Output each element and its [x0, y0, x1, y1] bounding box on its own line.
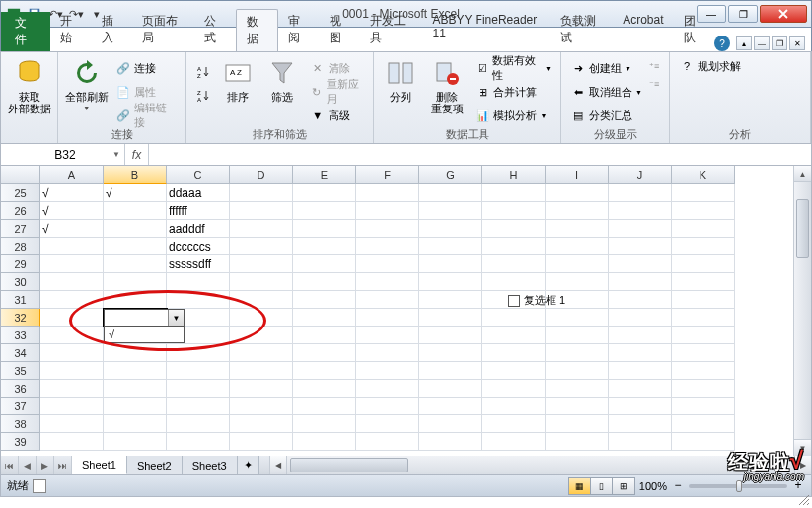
- cell[interactable]: [482, 362, 546, 380]
- cell[interactable]: [546, 255, 609, 273]
- cell[interactable]: [293, 238, 356, 255]
- row-header[interactable]: 35: [1, 362, 40, 380]
- cell[interactable]: [230, 273, 293, 291]
- cell[interactable]: [546, 309, 609, 327]
- ribbon-tab[interactable]: 开始: [50, 9, 92, 51]
- cell[interactable]: [356, 415, 419, 433]
- cell[interactable]: √: [40, 202, 104, 220]
- cell[interactable]: [546, 398, 609, 415]
- cell[interactable]: [672, 202, 735, 220]
- cell[interactable]: [419, 344, 482, 362]
- cell[interactable]: [104, 291, 167, 309]
- group-button[interactable]: ➜创建组 ▼: [567, 57, 645, 79]
- cell[interactable]: [293, 291, 356, 309]
- cell[interactable]: √: [104, 184, 167, 202]
- cell[interactable]: [40, 362, 104, 380]
- cell[interactable]: [293, 327, 356, 344]
- zoom-out-button[interactable]: −: [671, 479, 685, 493]
- cell[interactable]: [356, 362, 419, 380]
- cell[interactable]: [293, 380, 356, 398]
- column-header[interactable]: I: [546, 166, 609, 184]
- text-to-columns-button[interactable]: 分列: [380, 55, 422, 103]
- cell[interactable]: [293, 202, 356, 220]
- cell[interactable]: [356, 291, 419, 309]
- cell[interactable]: [40, 380, 104, 398]
- refresh-all-button[interactable]: 全部刷新▼: [64, 55, 109, 111]
- cell[interactable]: [609, 380, 672, 398]
- ribbon-tab[interactable]: 审阅: [278, 9, 320, 51]
- cell[interactable]: [104, 344, 167, 362]
- cell[interactable]: [230, 380, 293, 398]
- get-external-data-button[interactable]: 获取 外部数据: [7, 55, 51, 114]
- cell[interactable]: [419, 291, 482, 309]
- cell[interactable]: [419, 398, 482, 415]
- ribbon-tab[interactable]: Acrobat: [613, 9, 673, 51]
- cell[interactable]: [230, 344, 293, 362]
- cell[interactable]: dcccccs: [167, 238, 230, 255]
- cell[interactable]: [293, 415, 356, 433]
- show-detail-icon[interactable]: ⁺≡: [649, 61, 659, 71]
- checkbox-icon[interactable]: [508, 295, 520, 307]
- hscroll-thumb[interactable]: [290, 458, 408, 472]
- normal-view-button[interactable]: ▦: [569, 478, 591, 494]
- cell[interactable]: [293, 220, 356, 238]
- cell[interactable]: [546, 202, 609, 220]
- cell[interactable]: [104, 433, 167, 451]
- row-header[interactable]: 37: [1, 398, 40, 415]
- data-validation-button[interactable]: ☑数据有效性 ▼: [472, 57, 554, 79]
- zoom-slider[interactable]: [689, 484, 787, 488]
- sheet-nav-first-icon[interactable]: ⏮: [1, 456, 19, 474]
- cell[interactable]: [230, 309, 293, 327]
- sort-desc-button[interactable]: ZA: [192, 85, 214, 107]
- cell[interactable]: [104, 273, 167, 291]
- cell[interactable]: [482, 309, 546, 327]
- cell[interactable]: [104, 380, 167, 398]
- formula-input[interactable]: [149, 144, 811, 165]
- macro-record-icon[interactable]: [33, 479, 46, 493]
- sheet-tab[interactable]: Sheet1: [72, 456, 127, 474]
- cell[interactable]: [419, 433, 482, 451]
- cell[interactable]: [230, 327, 293, 344]
- cell[interactable]: [546, 380, 609, 398]
- cell[interactable]: [672, 273, 735, 291]
- column-header[interactable]: E: [293, 166, 356, 184]
- name-box-input[interactable]: [31, 148, 100, 162]
- cell[interactable]: [40, 327, 104, 344]
- cell[interactable]: [40, 398, 104, 415]
- cell[interactable]: [482, 398, 546, 415]
- page-layout-view-button[interactable]: ▯: [591, 478, 613, 494]
- cell[interactable]: [672, 380, 735, 398]
- connections-button[interactable]: 🔗连接: [112, 57, 180, 79]
- scroll-left-icon[interactable]: ◀: [270, 456, 287, 474]
- cell[interactable]: [672, 255, 735, 273]
- ribbon-tab[interactable]: 页面布局: [132, 9, 194, 51]
- cell[interactable]: [40, 291, 104, 309]
- scroll-up-icon[interactable]: ▲: [794, 166, 811, 182]
- cell[interactable]: [356, 202, 419, 220]
- cell[interactable]: [609, 273, 672, 291]
- close-button[interactable]: [760, 5, 807, 23]
- cell[interactable]: [356, 255, 419, 273]
- cell[interactable]: ffffff: [167, 202, 230, 220]
- ribbon-tab[interactable]: 负载测试: [551, 9, 613, 51]
- cell[interactable]: [482, 433, 546, 451]
- cell[interactable]: [356, 380, 419, 398]
- column-header[interactable]: A: [40, 166, 104, 184]
- cell[interactable]: [419, 220, 482, 238]
- cell[interactable]: [167, 362, 230, 380]
- cell[interactable]: [609, 255, 672, 273]
- cell[interactable]: [609, 184, 672, 202]
- cell[interactable]: [104, 238, 167, 255]
- ribbon-tab[interactable]: 插入: [92, 9, 133, 51]
- cell[interactable]: [482, 327, 546, 344]
- cell[interactable]: sssssdff: [167, 255, 230, 273]
- cell[interactable]: [230, 398, 293, 415]
- cell[interactable]: [419, 255, 482, 273]
- cell[interactable]: [609, 291, 672, 309]
- subtotal-button[interactable]: ▤分类汇总: [567, 105, 645, 126]
- cell[interactable]: [546, 220, 609, 238]
- row-header[interactable]: 29: [1, 255, 40, 273]
- cell[interactable]: [40, 255, 104, 273]
- row-header[interactable]: 28: [1, 238, 40, 255]
- cell[interactable]: [672, 309, 735, 327]
